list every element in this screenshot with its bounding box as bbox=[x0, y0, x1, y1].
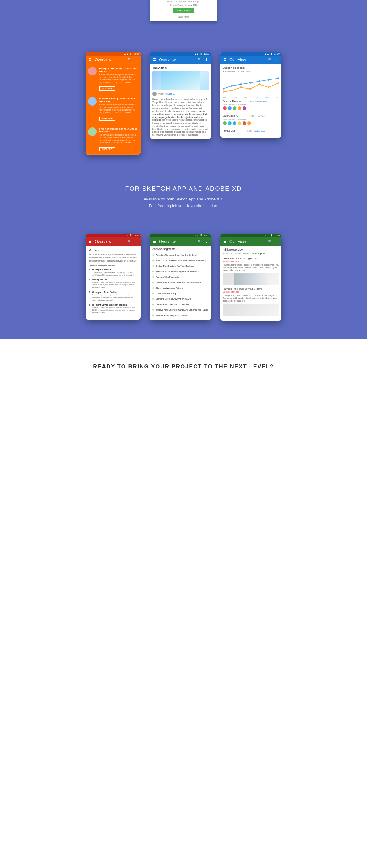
phone-b1-toolbar: ☰ Overview 🔍 ⋮ bbox=[86, 238, 141, 246]
analysis-item[interactable]: Advertise No Matter If You Are Big Or Sm… bbox=[150, 252, 211, 258]
affiliate-tab-most-popular[interactable]: Most Popular bbox=[252, 252, 265, 254]
phone-b3-title: Overview bbox=[229, 239, 265, 244]
support-item-meta: 12:30 in New York bbox=[250, 115, 264, 117]
phone-b3: ▲▲ 🔋 12:30 ☰ Overview 🔍 ⋮ Affiliate over… bbox=[220, 234, 281, 321]
phone-3-menu-icon[interactable]: ☰ bbox=[223, 58, 227, 62]
support-item-title: Data Object-C bbox=[223, 115, 238, 117]
phone-2: ▲▲ 🔋 12:30 ☰ Overview 🔍 ⋮ The Article ⋮ … bbox=[150, 52, 211, 139]
support-item-meta: 10:00 in Los Angeles bbox=[250, 100, 267, 102]
affiliate-tab-newest[interactable]: Newest bbox=[244, 252, 250, 254]
support-item-more-icon[interactable]: ⋮ bbox=[276, 129, 279, 133]
svg-point-6 bbox=[278, 77, 279, 79]
item-content: Free Advertising For Your Online Busines… bbox=[99, 127, 138, 151]
svg-point-4 bbox=[258, 80, 260, 82]
analysis-item[interactable]: Differentiate Yourself And Attract More … bbox=[150, 280, 211, 285]
year-2005: 2005 bbox=[223, 97, 226, 99]
phone-2-battery-icon: 🔋 bbox=[200, 53, 202, 55]
svg-point-9 bbox=[240, 87, 242, 88]
phone-b2-search-icon[interactable]: 🔍 bbox=[198, 240, 202, 244]
support-item-more-icon[interactable]: ⋮ bbox=[276, 114, 279, 118]
analysis-item[interactable]: Effective Advertising Pointers bbox=[150, 285, 211, 291]
read-now-button[interactable]: READ NOW bbox=[99, 147, 115, 151]
affiliate-meta: Showing 1-10 of 300 Newest Most Popular bbox=[223, 252, 279, 254]
year-2010: 2010 bbox=[275, 97, 279, 99]
phone-b1-status-bar: ▲▲ 🔋 12:30 bbox=[86, 234, 141, 238]
phone-1-search-icon[interactable]: 🔍 bbox=[127, 58, 132, 62]
phone-b3-search-icon[interactable]: 🔍 bbox=[268, 240, 272, 244]
phone-b2-time: 12:30 bbox=[204, 235, 209, 237]
phone-3-search-icon[interactable]: 🔍 bbox=[268, 58, 272, 62]
article-more-icon[interactable]: ⋮ bbox=[205, 66, 208, 70]
analysis-item[interactable]: Nailing It On The Head With Free Interne… bbox=[150, 258, 211, 264]
phone-b3-menu-icon[interactable]: ☰ bbox=[223, 240, 227, 244]
support-item-more-icon[interactable]: ⋮ bbox=[276, 99, 279, 103]
phone-2-search-icon[interactable]: 🔍 bbox=[198, 58, 202, 62]
read-now-button[interactable]: READ NOW bbox=[99, 87, 115, 91]
phone-b1-more-icon[interactable]: ⋮ bbox=[134, 240, 138, 244]
analysis-bullet bbox=[152, 276, 154, 278]
avatar bbox=[242, 121, 247, 125]
phone-1-menu-icon[interactable]: ☰ bbox=[88, 58, 92, 62]
analysis-item[interactable]: Branding Do You Know Who You Are bbox=[150, 297, 211, 302]
year-2009: 2009 bbox=[264, 97, 268, 99]
analysis-bullet bbox=[152, 254, 154, 256]
support-chart-title: Support Requests bbox=[223, 66, 279, 69]
article-image bbox=[152, 71, 208, 90]
analysis-bullet bbox=[152, 293, 154, 294]
phone-b1-body: Primary We've developed a single process… bbox=[86, 246, 141, 319]
legend-dot-users bbox=[237, 70, 239, 72]
analysis-item[interactable]: Getting Free Publicity For Your Business bbox=[150, 264, 211, 269]
phone-b1-search-icon[interactable]: 🔍 bbox=[127, 240, 132, 244]
analysis-item[interactable]: Low Cost Advertising bbox=[150, 291, 211, 297]
phone-3-toolbar: ☰ Overview 🔍 ⋮ bbox=[220, 56, 281, 64]
phone-b2-toolbar: ☰ Overview 🔍 ⋮ bbox=[150, 238, 211, 246]
analysis-item[interactable]: Effective Forms Advertising Internet Web… bbox=[150, 269, 211, 274]
phone-b3-signal-icon: ▲▲ bbox=[265, 235, 269, 237]
phone-b1-menu-icon[interactable]: ☰ bbox=[88, 240, 92, 244]
phone-1-more-icon[interactable]: ⋮ bbox=[134, 58, 138, 62]
avatar bbox=[232, 106, 237, 110]
phone-2-more-icon[interactable]: ⋮ bbox=[204, 58, 208, 62]
affiliate-card-title: Harness The Power Of Your Dreams bbox=[223, 287, 279, 290]
list-item: 1 Workspace Standard Build your reputati… bbox=[89, 269, 138, 276]
phone-b3-body: Affiliate overview Showing 1-10 of 300 N… bbox=[220, 246, 281, 321]
phone-1-signal-icon: ▲▲ bbox=[124, 53, 129, 55]
avatar bbox=[237, 121, 242, 125]
phone-b1-battery-icon: 🔋 bbox=[130, 234, 132, 237]
support-item-header: Html & CSS 09:00 in San Francisco ⋮ bbox=[223, 129, 279, 133]
legend-label-companies: Companies bbox=[225, 70, 234, 72]
legend-companies: Companies bbox=[223, 70, 234, 72]
list-item: Always Look On The Bright Side Of Life R… bbox=[86, 64, 141, 94]
phone-2-menu-icon[interactable]: ☰ bbox=[152, 58, 157, 62]
top-read-now-button[interactable]: READ NOW bbox=[173, 8, 194, 13]
phone-1-toolbar: ☰ Overview 🔍 ⋮ bbox=[86, 56, 141, 64]
article-author-name: Albert S. bbox=[167, 93, 175, 95]
affiliate-card-image bbox=[223, 273, 279, 285]
top-author: Simone Foster bbox=[169, 4, 184, 6]
phone-2-body: The Article ⋮ Written by Albert S. Havin… bbox=[150, 64, 211, 139]
avatar bbox=[242, 106, 247, 110]
affiliate-card-link[interactable]: External reference bbox=[223, 291, 279, 293]
phone-b3-more-icon[interactable]: ⋮ bbox=[275, 240, 279, 244]
analysis-item[interactable]: Decorate For Less With Art Posters bbox=[150, 302, 211, 307]
premium-list: 1 Workspace Standard Build your reputati… bbox=[89, 269, 138, 314]
avatar bbox=[228, 106, 232, 110]
avatars-row bbox=[223, 106, 279, 110]
phone-b2-more-icon[interactable]: ⋮ bbox=[204, 240, 208, 244]
phone-3-more-icon[interactable]: ⋮ bbox=[275, 58, 279, 62]
article-image-inner bbox=[161, 71, 200, 90]
analysis-item[interactable]: Internet Advertising With a Smile bbox=[150, 313, 211, 318]
phone-3-signal-icon: ▲▲ bbox=[265, 53, 269, 55]
support-item-title: Positive Thinking bbox=[223, 100, 241, 102]
top-card-preview: when the impression of things Simone Fos… bbox=[150, 0, 217, 21]
affiliate-card-link[interactable]: External reference bbox=[223, 260, 279, 262]
phone-1-status-bar: ▲▲ 🔋 12:30 bbox=[86, 52, 141, 56]
list-item: 2 Workspace Pro Work on challenging proj… bbox=[89, 279, 138, 289]
analysis-item[interactable]: Promote With Postcards bbox=[150, 274, 211, 280]
analysis-item[interactable]: Improve Your Business Cards And Enhance … bbox=[150, 307, 211, 313]
read-now-button[interactable]: READ NOW bbox=[99, 117, 115, 121]
phone-1-time: 12:30 bbox=[133, 53, 139, 55]
item-title: Freelance Design Tricks How To Get Away bbox=[99, 97, 138, 103]
phone-b2-menu-icon[interactable]: ☰ bbox=[152, 240, 157, 244]
affiliate-card-image bbox=[223, 304, 279, 316]
